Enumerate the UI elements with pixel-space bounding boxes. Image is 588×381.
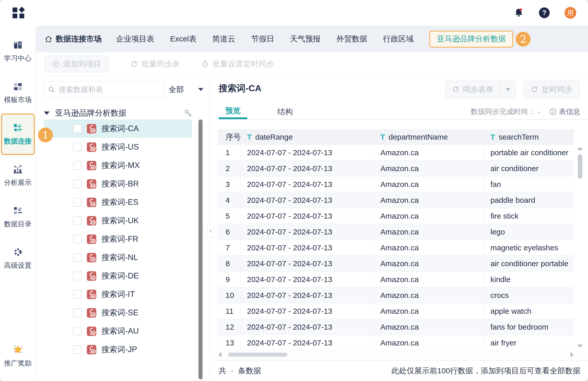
total-suffix: 条数据 (238, 366, 261, 376)
tree-item-checkbox[interactable] (73, 198, 82, 207)
tree-item-搜索词-MX[interactable]: 搜索词-MX (44, 156, 192, 175)
batch-sync-tables-button[interactable]: 批量同步表 (130, 59, 180, 69)
column-label: dateRange (255, 133, 293, 141)
tree-item-checkbox[interactable] (73, 161, 82, 170)
tree-item-搜索词-UK[interactable]: 搜索词-UK (44, 211, 192, 230)
tree-item-搜索词-ES[interactable]: 搜索词-ES (44, 193, 192, 211)
cell-departmentName: Amazon.ca (374, 255, 484, 271)
analyze-icon (13, 164, 23, 174)
learn-icon (13, 40, 23, 50)
tab-connection-4[interactable]: 天气预报 (290, 34, 321, 44)
sidebar-item-label: 推广奖励 (4, 358, 32, 368)
table-row: 102024-07-07 - 2024-07-13Amazon.cacrocs (218, 287, 574, 303)
tree-expand-caret-icon[interactable] (44, 111, 50, 115)
vertical-scroll-thumb[interactable] (578, 154, 582, 179)
table-info-link[interactable]: 表信息 (549, 107, 580, 117)
filter-dropdown[interactable]: 全部 (169, 84, 203, 95)
tree-item-checkbox[interactable] (73, 180, 82, 188)
sidebar-item-analyze[interactable]: 分析展示 (1, 155, 35, 196)
tree-item-checkbox[interactable] (73, 327, 82, 335)
user-avatar[interactable]: 用 (565, 7, 576, 19)
tree-item-搜索词-CA[interactable]: 搜索词-CA (44, 119, 192, 138)
batch-toolbar: 添加到项目 批量同步表 (36, 52, 588, 75)
data-tree-panel: 全部 亚马逊品牌分析数据 (36, 76, 210, 381)
cell-departmentName: Amazon.ca (374, 192, 484, 208)
tree-item-搜索词-BR[interactable]: 搜索词-BR (44, 175, 192, 193)
scroll-right-arrow-icon[interactable] (570, 352, 574, 357)
tree-item-checkbox[interactable] (73, 272, 82, 280)
tree-item-checkbox[interactable] (73, 308, 82, 317)
tree-item-搜索词-US[interactable]: 搜索词-US (44, 138, 192, 156)
tab-connection-5[interactable]: 外贸数据 (336, 34, 367, 44)
tree-item-label: 搜索词-FR (101, 234, 138, 244)
tree-scrollbar[interactable] (198, 119, 203, 379)
authorization-key-icon[interactable] (184, 109, 192, 117)
sidebar-item-learn[interactable]: 学习中心 (1, 31, 35, 72)
scroll-down-arrow-icon[interactable] (577, 344, 583, 348)
cell-searchTerm: fans for bedroom (484, 319, 574, 335)
sidebar-item-template[interactable]: 模板市场 (1, 72, 35, 114)
tree-item-搜索词-AU[interactable]: 搜索词-AU (44, 322, 192, 340)
tree-item-搜索词-SE[interactable]: 搜索词-SE (44, 304, 192, 322)
amazon-table-icon (87, 308, 96, 318)
tree-root-amazon-brand-analytics[interactable]: 亚马逊品牌分析数据 (44, 106, 192, 120)
scroll-left-arrow-icon[interactable] (218, 352, 221, 357)
cell-dateRange: 2024-07-07 - 2024-07-13 (241, 160, 374, 176)
tab-connection-1[interactable]: Excel表 (170, 34, 196, 44)
sidebar-item-promo[interactable]: 推广奖励 (1, 335, 35, 377)
table-row: 112024-07-07 - 2024-07-13Amazon.caapple … (218, 303, 574, 319)
tree-item-checkbox[interactable] (73, 143, 82, 151)
tree-item-checkbox[interactable] (73, 216, 82, 225)
tab-amazon-brand-analytics[interactable]: 亚马逊品牌分析数据 (429, 31, 513, 48)
connect-icon (13, 123, 23, 133)
button-label: 批量同步表 (142, 59, 180, 69)
tree-item-搜索词-FR[interactable]: 搜索词-FR (44, 230, 192, 248)
tree-item-搜索词-NL[interactable]: 搜索词-NL (44, 248, 192, 267)
notifications-bell-icon[interactable] (513, 7, 524, 18)
tree-item-搜索词-DE[interactable]: 搜索词-DE (44, 267, 192, 285)
callout-badge-2: 2 (516, 32, 531, 47)
table-row: 72024-07-07 - 2024-07-13Amazon.camagneti… (218, 240, 574, 255)
scroll-up-arrow-icon[interactable] (577, 147, 583, 150)
tab-connection-2[interactable]: 简道云 (212, 34, 235, 44)
tree-item-checkbox[interactable] (73, 290, 82, 299)
cell-departmentName: Amazon.ca (374, 287, 484, 303)
cell-num: 1 (218, 144, 241, 160)
sidebar-item-connect[interactable]: 数据连接 (1, 114, 35, 155)
tab-structure[interactable]: 结构 (277, 104, 293, 119)
sidebar-item-catalog[interactable]: 数据目录 (1, 196, 35, 238)
batch-timed-sync-button[interactable]: 批量设置定时同步 (201, 59, 274, 69)
tree-item-搜索词-JP[interactable]: 搜索词-JP (44, 340, 192, 359)
tab-connection-0[interactable]: 企业项目表 (116, 34, 154, 44)
vertical-scrollbar[interactable] (576, 147, 584, 348)
tab-preview[interactable]: 预览 (219, 104, 247, 119)
timed-sync-button[interactable]: 定时同步 (524, 81, 580, 98)
search-input[interactable] (58, 85, 161, 94)
tab-connection-6[interactable]: 行政区域 (383, 34, 414, 44)
tree-item-label: 搜索词-SE (101, 307, 138, 318)
amazon-table-icon (87, 327, 96, 336)
horizontal-scroll-thumb[interactable] (228, 353, 287, 357)
tree-item-搜索词-IT[interactable]: 搜索词-IT (44, 285, 192, 304)
horizontal-scrollbar[interactable] (218, 352, 574, 358)
tab-data-connection-market[interactable]: 数据连接市场 (44, 34, 102, 44)
add-to-project-button[interactable]: 添加到项目 (44, 55, 109, 72)
help-icon[interactable]: ? (539, 7, 550, 18)
cell-num: 11 (218, 303, 241, 319)
tree-item-checkbox[interactable] (73, 253, 82, 262)
search-box (44, 81, 164, 98)
app-logo-icon[interactable] (12, 6, 26, 20)
sync-time-value: - (538, 108, 540, 116)
sync-icon (531, 86, 539, 93)
panel-collapse-handle[interactable]: ‹ (207, 223, 214, 238)
tree-item-checkbox[interactable] (73, 345, 82, 354)
sync-form-dropdown-caret[interactable] (500, 81, 516, 98)
tab-connection-3[interactable]: 节假日 (251, 34, 274, 44)
tree-item-checkbox[interactable] (73, 235, 82, 243)
column-label: departmentName (389, 133, 448, 141)
amazon-table-icon (87, 234, 96, 244)
sidebar-item-settings[interactable]: 高级设置 (1, 238, 35, 279)
amazon-table-icon (87, 179, 96, 189)
tree-item-checkbox[interactable] (73, 124, 82, 133)
sync-form-button[interactable]: 同步表单 (445, 84, 500, 95)
